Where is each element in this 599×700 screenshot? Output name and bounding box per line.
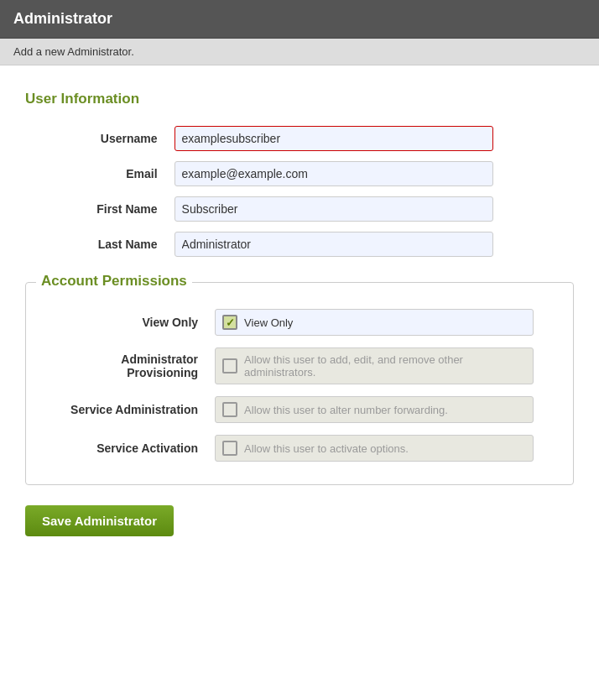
field-input-3[interactable] [174, 232, 493, 257]
field-label-3: Last Name [25, 227, 168, 262]
perm-checkbox-row-2: Allow this user to alter number forwardi… [215, 396, 534, 423]
perm-text-1: Allow this user to add, edit, and remove… [244, 353, 526, 379]
field-input-cell-2 [168, 191, 574, 227]
user-field-row: Last Name [25, 227, 574, 262]
checkbox-visual-1 [222, 358, 237, 374]
field-input-1[interactable] [174, 161, 493, 186]
checkbox-visual-3 [222, 441, 237, 456]
perm-row: Administrator Provisioning Allow this us… [43, 342, 556, 390]
permissions-section: Account Permissions View Only ✓ View Onl… [25, 282, 574, 485]
user-field-row: First Name [25, 191, 574, 227]
field-label-1: Email [25, 156, 168, 191]
perm-row: View Only ✓ View Only [43, 303, 556, 342]
user-field-row: Username [25, 121, 574, 156]
perm-input-cell-3: Allow this user to activate options. [208, 429, 556, 468]
checkbox-visual-0: ✓ [222, 315, 237, 330]
perm-text-3: Allow this user to activate options. [244, 442, 409, 455]
permissions-form: View Only ✓ View Only Administrator Prov… [43, 303, 556, 468]
perm-label-3: Service Activation [43, 429, 208, 468]
perm-row: Service Administration Allow this user t… [43, 390, 556, 429]
perm-input-cell-1: Allow this user to add, edit, and remove… [208, 342, 556, 390]
checkbox-visual-2 [222, 402, 237, 417]
field-label-0: Username [25, 121, 168, 156]
field-input-2[interactable] [174, 196, 493, 222]
perm-input-cell-0: ✓ View Only [208, 303, 556, 342]
perm-label-0: View Only [43, 303, 208, 342]
checkmark-icon: ✓ [226, 316, 235, 329]
user-info-form: Username Email First Name Last Name [25, 121, 574, 262]
field-input-cell-3 [168, 227, 574, 262]
perm-checkbox-row-1: Allow this user to add, edit, and remove… [215, 347, 534, 384]
page-title: Administrator [13, 10, 586, 28]
user-field-row: Email [25, 156, 574, 191]
perm-label-2: Service Administration [43, 390, 208, 429]
field-label-2: First Name [25, 191, 168, 227]
perm-checkbox-row-3: Allow this user to activate options. [215, 435, 534, 462]
user-info-section: User Information Username Email First Na… [25, 91, 574, 262]
perm-label-1: Administrator Provisioning [43, 342, 208, 390]
perm-row: Service Activation Allow this user to ac… [43, 429, 556, 468]
user-info-title: User Information [25, 91, 574, 107]
permissions-title: Account Permissions [36, 273, 192, 290]
field-input-cell-0 [168, 121, 574, 156]
perm-checkbox-row-0[interactable]: ✓ View Only [215, 309, 534, 336]
perm-text-2: Allow this user to alter number forwardi… [244, 404, 448, 416]
field-input-0[interactable] [174, 126, 493, 151]
page-subtitle: Add a new Administrator. [0, 39, 599, 65]
perm-input-cell-2: Allow this user to alter number forwardi… [208, 390, 556, 429]
save-button[interactable]: Save Administrator [25, 505, 174, 536]
field-input-cell-1 [168, 156, 574, 191]
perm-text-0: View Only [244, 316, 293, 329]
page-header: Administrator [0, 0, 599, 39]
